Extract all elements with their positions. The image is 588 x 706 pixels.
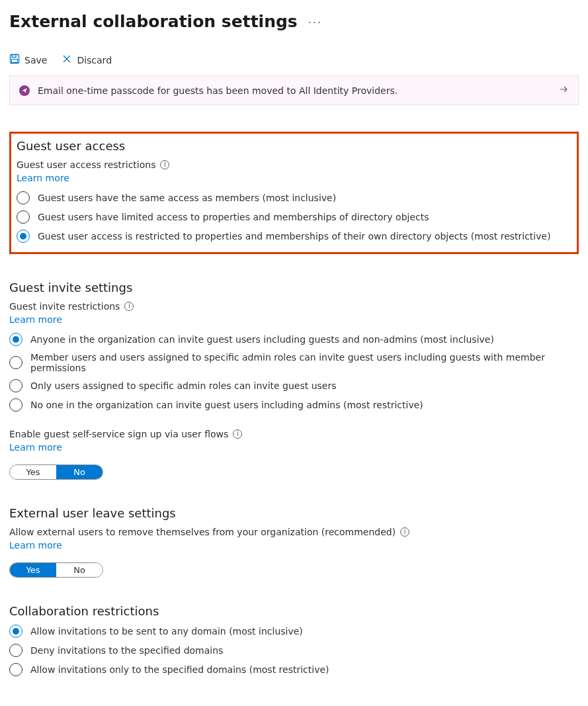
- collab-restrictions-option[interactable]: Deny invitations to the specified domain…: [9, 644, 579, 657]
- radio-label: Guest users have limited access to prope…: [38, 212, 429, 222]
- guest-user-access-highlight: Guest user access Guest user access rest…: [9, 132, 579, 254]
- guest-access-radio-group: Guest users have the same access as memb…: [17, 191, 571, 243]
- collab-restrictions-radio-group: Allow invitations to be sent to any doma…: [9, 625, 579, 676]
- radio-label: Allow invitations to be sent to any doma…: [30, 626, 303, 637]
- notification-banner[interactable]: Email one-time passcode for guests has b…: [9, 75, 579, 105]
- radio-icon: [9, 379, 22, 392]
- discard-button[interactable]: Discard: [62, 54, 112, 66]
- command-bar: Save Discard: [9, 54, 579, 66]
- save-icon: [9, 54, 20, 66]
- svg-rect-2: [12, 60, 18, 63]
- collab-restrictions-option[interactable]: Allow invitations to be sent to any doma…: [9, 625, 579, 638]
- arrow-right-icon: [558, 84, 569, 97]
- guest-invite-subheading: Guest invite restrictions: [9, 301, 120, 312]
- toggle-no[interactable]: No: [56, 563, 103, 577]
- svg-rect-1: [12, 55, 16, 58]
- save-button[interactable]: Save: [9, 54, 47, 66]
- external-leave-learn-more-link[interactable]: Learn more: [9, 540, 62, 551]
- guest-access-option[interactable]: Guest users have limited access to prope…: [17, 210, 571, 224]
- radio-icon: [9, 356, 22, 369]
- radio-label: Guest users have the same access as memb…: [38, 193, 336, 203]
- radio-icon: [9, 398, 22, 412]
- info-icon[interactable]: i: [124, 302, 134, 311]
- guest-user-access-section: Guest user access Guest user access rest…: [17, 139, 571, 243]
- radio-icon: [9, 644, 22, 657]
- guest-invite-option[interactable]: Member users and users assigned to speci…: [9, 352, 579, 373]
- collab-restrictions-option[interactable]: Allow invitations only to the specified …: [9, 663, 579, 676]
- radio-label: Member users and users assigned to speci…: [30, 352, 579, 373]
- radio-icon: [17, 191, 30, 204]
- radio-label: No one in the organization can invite gu…: [30, 400, 423, 410]
- info-icon[interactable]: i: [233, 429, 242, 439]
- guest-access-learn-more-link[interactable]: Learn more: [17, 173, 69, 183]
- info-icon[interactable]: i: [400, 527, 409, 537]
- send-icon: [19, 85, 30, 96]
- toggle-yes[interactable]: Yes: [10, 465, 56, 479]
- toggle-no[interactable]: No: [56, 465, 103, 479]
- radio-icon: [17, 230, 30, 243]
- guest-access-option[interactable]: Guest users have the same access as memb…: [17, 191, 571, 204]
- save-label: Save: [24, 55, 47, 66]
- radio-icon: [17, 210, 30, 224]
- radio-label: Deny invitations to the specified domain…: [30, 645, 223, 656]
- close-icon: [62, 54, 72, 66]
- collab-restrictions-section: Collaboration restrictions Allow invitat…: [9, 604, 579, 676]
- more-menu-icon[interactable]: ···: [308, 18, 322, 28]
- guest-access-heading: Guest user access: [17, 139, 571, 153]
- radio-icon: [9, 625, 22, 638]
- toggle-yes[interactable]: Yes: [10, 563, 56, 577]
- guest-invite-radio-group: Anyone in the organization can invite gu…: [9, 333, 579, 412]
- guest-invite-option[interactable]: Anyone in the organization can invite gu…: [9, 333, 579, 346]
- guest-invite-learn-more-link[interactable]: Learn more: [9, 314, 62, 325]
- external-leave-subheading: Allow external users to remove themselve…: [9, 527, 396, 537]
- self-service-toggle[interactable]: Yes No: [9, 464, 103, 480]
- guest-access-subheading: Guest user access restrictions: [17, 159, 155, 170]
- collab-restrictions-heading: Collaboration restrictions: [9, 604, 579, 618]
- radio-icon: [9, 663, 22, 676]
- guest-invite-option[interactable]: Only users assigned to specific admin ro…: [9, 379, 579, 392]
- guest-invite-heading: Guest invite settings: [9, 281, 579, 294]
- external-leave-toggle[interactable]: Yes No: [9, 562, 103, 578]
- guest-invite-section: Guest invite settings Guest invite restr…: [9, 281, 579, 480]
- info-icon[interactable]: i: [160, 160, 169, 169]
- external-leave-section: External user leave settings Allow exter…: [9, 506, 579, 578]
- radio-label: Allow invitations only to the specified …: [30, 664, 329, 675]
- self-service-label: Enable guest self-service sign up via us…: [9, 429, 228, 439]
- page-title: External collaboration settings: [9, 12, 298, 31]
- radio-label: Guest user access is restricted to prope…: [38, 231, 551, 242]
- discard-label: Discard: [77, 55, 112, 66]
- guest-invite-option[interactable]: No one in the organization can invite gu…: [9, 398, 579, 412]
- radio-label: Anyone in the organization can invite gu…: [30, 334, 494, 345]
- external-leave-heading: External user leave settings: [9, 506, 579, 520]
- guest-access-option[interactable]: Guest user access is restricted to prope…: [17, 230, 571, 243]
- self-service-learn-more-link[interactable]: Learn more: [9, 442, 62, 453]
- radio-icon: [9, 333, 22, 346]
- radio-label: Only users assigned to specific admin ro…: [30, 380, 337, 391]
- banner-text: Email one-time passcode for guests has b…: [38, 85, 550, 96]
